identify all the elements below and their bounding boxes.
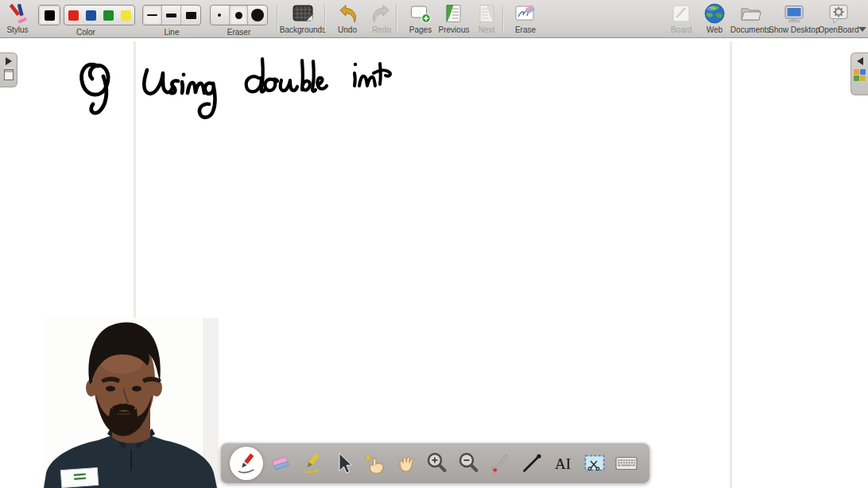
color-blue-cell[interactable]	[82, 6, 99, 25]
expand-right-icon	[6, 57, 12, 65]
toolbar-separator	[324, 5, 325, 32]
backgrounds-button[interactable]: Backgrounds	[278, 2, 327, 37]
zoom-in-icon	[424, 451, 450, 476]
color-black-cell[interactable]	[39, 6, 60, 25]
zoom-out-icon	[456, 451, 482, 476]
top-toolbar: Stylus Color Line Eraser	[0, 0, 868, 38]
toolbar-separator	[277, 5, 277, 32]
blue-swatch	[86, 10, 96, 21]
capture-icon	[582, 451, 607, 476]
left-drawer-toggle[interactable]	[0, 52, 17, 87]
board-mode-button: Board	[663, 2, 699, 37]
show-desktop-button[interactable]: Show Desktop	[769, 2, 820, 37]
openboard-menu-caret[interactable]	[858, 27, 866, 32]
eraser-label: Eraser	[210, 28, 268, 37]
zoom-in-tool[interactable]	[423, 447, 451, 480]
board-icon	[663, 2, 699, 25]
expand-left-icon	[857, 57, 863, 65]
stylus-label: Stylus	[2, 25, 33, 34]
color-label: Color	[32, 28, 140, 37]
line-width-group	[142, 5, 201, 25]
web-globe-icon	[699, 2, 730, 25]
marker-icon	[299, 451, 324, 476]
eraser-large-cell[interactable]	[248, 6, 267, 25]
interact-tool[interactable]	[360, 447, 389, 480]
whiteboard-canvas[interactable]: AI	[0, 38, 868, 488]
line-medium-cell[interactable]	[162, 6, 181, 25]
undo-label: Undo	[327, 25, 367, 34]
erase-button[interactable]: Erase	[506, 2, 545, 37]
next-page-label: Next	[471, 25, 502, 34]
black-swatch	[45, 10, 55, 21]
keyboard-icon	[614, 451, 639, 476]
selector-tool[interactable]	[329, 447, 358, 480]
color-swatch-black[interactable]	[38, 5, 60, 25]
thin-line-icon	[147, 14, 157, 16]
next-page-icon	[471, 2, 502, 25]
library-drawer-toggle[interactable]	[851, 52, 868, 95]
documents-button[interactable]: Documents	[728, 2, 773, 37]
backgrounds-icon	[278, 2, 327, 25]
green-swatch	[103, 10, 114, 21]
scroll-hand-tool[interactable]	[392, 447, 420, 480]
eraser-medium-cell[interactable]	[230, 6, 249, 25]
openboard-app: Stylus Color Line Eraser	[0, 0, 868, 488]
pen-icon	[234, 451, 259, 476]
documents-folder-icon	[728, 2, 773, 25]
board-label: Board	[663, 25, 699, 34]
interact-hand-icon	[362, 451, 387, 476]
laser-pointer-tool[interactable]	[486, 447, 515, 480]
undo-icon	[327, 2, 367, 25]
undo-button[interactable]: Undo	[327, 2, 367, 37]
eraser-small-cell[interactable]	[211, 6, 230, 25]
web-mode-button[interactable]: Web	[699, 2, 730, 37]
erase-page-icon	[506, 2, 545, 25]
color-green-cell[interactable]	[99, 6, 117, 25]
stylus-button[interactable]: Stylus	[2, 2, 33, 37]
webcam-overlay	[44, 318, 219, 488]
color-swatch-group	[64, 5, 135, 25]
text-tool-icon: AI	[551, 451, 576, 476]
draw-line-tool[interactable]	[517, 447, 546, 480]
color-red-cell[interactable]	[64, 6, 82, 25]
large-eraser-icon	[251, 9, 264, 21]
capture-tool[interactable]	[580, 447, 609, 480]
show-desktop-label: Show Desktop	[769, 25, 820, 34]
svg-text:AI: AI	[555, 455, 571, 472]
line-thin-cell[interactable]	[143, 6, 162, 25]
page-navigator-icon	[4, 69, 14, 80]
medium-eraser-icon	[235, 12, 242, 19]
eraser-icon	[268, 451, 293, 476]
openboard-menu-button[interactable]: OpenBoard	[817, 2, 860, 37]
small-eraser-icon	[218, 14, 221, 17]
documents-label: Documents	[728, 25, 773, 34]
previous-page-label: Previous	[434, 25, 474, 34]
eraser-size-group	[210, 5, 268, 25]
line-icon	[519, 451, 544, 476]
red-swatch	[68, 10, 79, 21]
zoom-out-tool[interactable]	[455, 447, 483, 480]
previous-page-button[interactable]: Previous	[434, 2, 474, 37]
redo-icon	[364, 2, 399, 25]
line-thick-cell[interactable]	[181, 6, 200, 25]
show-desktop-monitor-icon	[769, 2, 820, 25]
library-icon	[854, 69, 866, 81]
bottom-toolbar: AI	[220, 443, 650, 484]
backgrounds-label: Backgrounds	[278, 25, 327, 34]
next-page-button: Next	[471, 2, 502, 37]
redo-button: Redo	[364, 2, 399, 37]
erase-label: Erase	[506, 25, 545, 34]
line-label: Line	[142, 28, 201, 37]
redo-label: Redo	[364, 25, 399, 34]
toolbar-separator	[502, 5, 503, 32]
color-yellow-cell[interactable]	[117, 6, 134, 25]
marker-tool[interactable]	[297, 447, 326, 480]
virtual-keyboard-tool[interactable]	[612, 447, 641, 480]
web-label: Web	[699, 25, 730, 34]
pen-tool[interactable]	[230, 447, 263, 480]
eraser-tool[interactable]	[266, 447, 295, 480]
laser-pointer-icon	[488, 451, 513, 476]
text-tool[interactable]: AI	[549, 447, 578, 480]
stylus-icon	[2, 2, 33, 25]
previous-page-icon	[434, 2, 474, 25]
